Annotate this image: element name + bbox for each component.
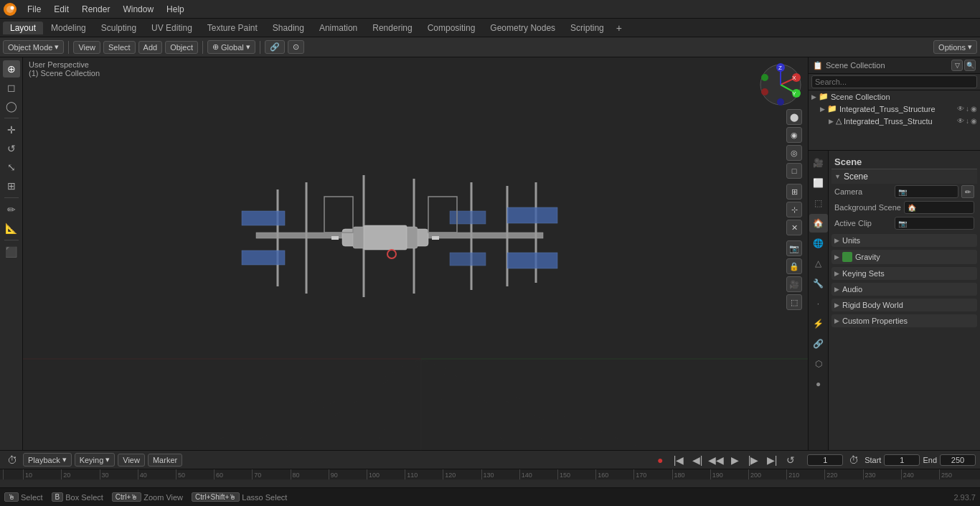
tab-modeling[interactable]: Modeling [44, 22, 93, 34]
viewport-shading-solid[interactable]: ⬤ [786, 109, 802, 125]
timeline-mode-btn[interactable]: ⏱ [4, 452, 20, 468]
truss-obj-hide-btn[interactable]: 👁 [957, 117, 964, 125]
scale-tool[interactable]: ⤡ [3, 159, 20, 176]
prop-tab-object[interactable]: △ [809, 254, 828, 273]
navigation-gizmo[interactable]: X Y Z [759, 63, 802, 106]
tab-layout[interactable]: Layout [3, 22, 43, 34]
proportional-edit[interactable]: ⊙ [288, 40, 304, 54]
timeline-ruler[interactable]: 10 20 30 40 50 60 70 80 90 100 110 120 1… [0, 469, 980, 479]
prop-tab-world[interactable]: 🌐 [809, 234, 828, 253]
3d-viewport[interactable]: User Perspective (1) Scene Collection X … [23, 57, 808, 450]
end-frame-field[interactable]: 250 [940, 454, 976, 466]
truss-render-btn[interactable]: ◉ [971, 105, 977, 113]
options-button[interactable]: Options ▾ [933, 40, 977, 54]
tab-rendering[interactable]: Rendering [365, 22, 419, 34]
audio-section-header[interactable]: ▶ Audio [831, 283, 977, 296]
tab-uv-editing[interactable]: UV Editing [144, 22, 199, 34]
play-reverse-btn[interactable]: ◀◀ [708, 452, 724, 468]
measure-tool[interactable]: 📐 [3, 220, 20, 237]
outliner-scene-collection[interactable]: ▶ 📁 Scene Collection [809, 90, 980, 103]
gizmos-toggle[interactable]: ⊹ [786, 202, 802, 217]
tab-shading[interactable]: Shading [265, 22, 311, 34]
add-workspace-tab-button[interactable]: + [612, 21, 626, 35]
mode-selector[interactable]: Object Mode ▾ [3, 40, 64, 54]
camera-view-btn[interactable]: 📷 [786, 240, 802, 256]
gravity-section-header[interactable]: ▶ Gravity [831, 250, 977, 264]
menu-edit[interactable]: Edit [48, 3, 75, 16]
outliner-search-input[interactable] [811, 75, 977, 88]
step-forward-btn[interactable]: |▶ [745, 452, 761, 468]
move-tool[interactable]: ✛ [3, 121, 20, 139]
tab-texture-paint[interactable]: Texture Paint [200, 22, 265, 34]
prop-tab-view-layer[interactable]: ⬚ [809, 194, 828, 212]
step-back-btn[interactable]: ◀| [689, 452, 705, 468]
view-dropdown[interactable]: View [118, 454, 145, 467]
select-box-tool[interactable]: ◻ [3, 79, 20, 96]
record-btn[interactable]: ● [652, 452, 668, 468]
prop-tab-scene[interactable]: 🏠 [809, 214, 828, 233]
menu-help[interactable]: Help [161, 3, 190, 16]
add-cube-tool[interactable]: ⬛ [3, 243, 20, 261]
camera-value-field[interactable]: 📷 [895, 185, 958, 198]
scene-section-header[interactable]: ▼ Scene [831, 169, 977, 184]
xray-toggle[interactable]: ✕ [786, 220, 802, 235]
active-clip-value[interactable]: 📷 [895, 217, 974, 230]
tab-sculpting[interactable]: Sculpting [94, 22, 143, 34]
outliner-search-btn[interactable]: 🔍 [964, 60, 976, 71]
gravity-checkbox[interactable] [842, 252, 852, 262]
prop-tab-modifier[interactable]: 🔧 [809, 274, 828, 293]
overlays-toggle[interactable]: ⊞ [786, 184, 802, 200]
loop-btn[interactable]: ↺ [783, 452, 798, 468]
prop-tab-material[interactable]: ● [809, 375, 828, 393]
start-frame-field[interactable]: 1 [884, 454, 920, 466]
prop-tab-data[interactable]: ⬡ [809, 355, 828, 373]
truss-obj-select-btn[interactable]: ↓ [966, 117, 969, 125]
truss-obj-render-btn[interactable]: ◉ [971, 117, 977, 125]
tab-geometry-nodes[interactable]: Geometry Nodes [483, 22, 562, 34]
viewport-shading-wireframe[interactable]: □ [786, 163, 802, 179]
prop-tab-physics[interactable]: ⚡ [809, 314, 828, 333]
viewport-shading-rendered[interactable]: ◎ [786, 145, 802, 161]
select-menu[interactable]: Select [103, 41, 136, 54]
lock-view-btn[interactable]: 🔒 [786, 258, 802, 274]
jump-end-btn[interactable]: ▶| [764, 452, 780, 468]
playback-dropdown[interactable]: Playback ▾ [23, 453, 72, 467]
rotate-tool[interactable]: ↺ [3, 140, 20, 157]
view-layers-btn[interactable]: ⬚ [786, 294, 802, 310]
viewport-shading-material[interactable]: ◉ [786, 127, 802, 143]
play-btn[interactable]: ▶ [727, 452, 743, 468]
tab-compositing[interactable]: Compositing [420, 22, 483, 34]
custom-props-header[interactable]: ▶ Custom Properties [831, 314, 977, 327]
truss-hide-btn[interactable]: 👁 [957, 105, 964, 113]
prop-tab-render[interactable]: 🎥 [809, 154, 828, 172]
menu-file[interactable]: File [22, 3, 47, 16]
frame-timer-btn[interactable]: ⏱ [846, 452, 862, 468]
tab-animation[interactable]: Animation [312, 22, 364, 34]
background-scene-value[interactable]: 🏠 [904, 201, 974, 214]
tab-scripting[interactable]: Scripting [563, 22, 611, 34]
outliner-filter-btn[interactable]: ▽ [951, 60, 963, 71]
transform-tool[interactable]: ⊞ [3, 177, 20, 195]
keying-dropdown[interactable]: Keying ▾ [75, 453, 116, 467]
snap-toggle[interactable]: 🔗 [265, 40, 285, 54]
prop-tab-particles[interactable]: · [809, 294, 828, 313]
keying-sets-header[interactable]: ▶ Keying Sets [831, 267, 977, 280]
outliner-truss-collection[interactable]: ▶ 📁 Integrated_Truss_Structure 👁 ↓ ◉ [817, 103, 980, 115]
prop-tab-output[interactable]: ⬜ [809, 174, 828, 192]
outliner-truss-object[interactable]: ▶ △ Integrated_Truss_Structu 👁 ↓ ◉ [826, 115, 980, 127]
view-menu[interactable]: View [73, 41, 100, 54]
object-menu[interactable]: Object [165, 41, 198, 54]
marker-dropdown[interactable]: Marker [148, 454, 182, 467]
jump-start-btn[interactable]: |◀ [671, 452, 687, 468]
current-frame-field[interactable]: 1 [807, 454, 843, 466]
units-section-header[interactable]: ▶ Units [831, 234, 977, 247]
prop-tab-constraints[interactable]: 🔗 [809, 334, 828, 353]
add-menu[interactable]: Add [138, 41, 163, 54]
menu-render[interactable]: Render [76, 3, 116, 16]
render-view-btn[interactable]: 🎥 [786, 276, 802, 292]
transform-dropdown[interactable]: ⊕ Global ▾ [207, 40, 255, 54]
menu-window[interactable]: Window [117, 3, 159, 16]
cursor-tool[interactable]: ⊕ [3, 60, 20, 78]
truss-select-btn[interactable]: ↓ [966, 105, 969, 113]
annotate-tool[interactable]: ✏ [3, 201, 20, 218]
